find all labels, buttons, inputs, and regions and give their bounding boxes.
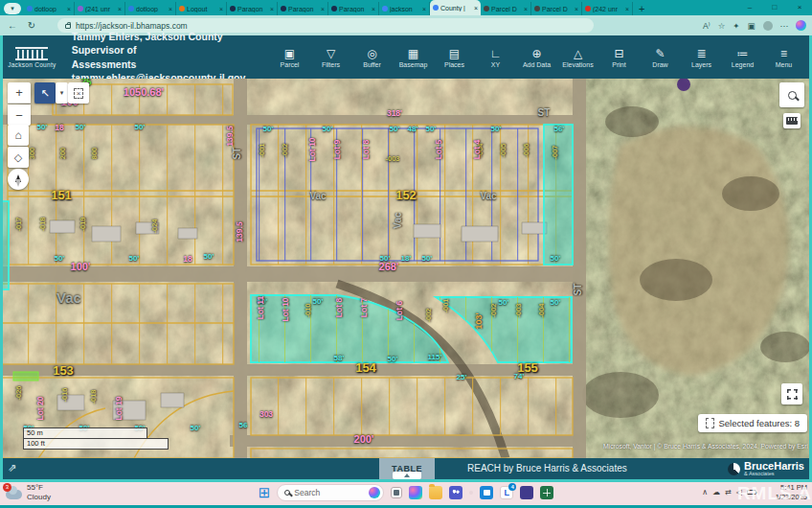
- browser-tab[interactable]: County |×: [430, 0, 481, 15]
- browser-tab[interactable]: Paragon×: [328, 2, 379, 15]
- start-button[interactable]: ⊞: [259, 485, 271, 499]
- header-toolbar: ▣Parcel▽Filters◎Buffer▦Basemap▤Places∟XY…: [269, 47, 804, 68]
- teams-icon[interactable]: [449, 486, 462, 499]
- browser-tab[interactable]: (241 unr×: [75, 2, 125, 15]
- browser-tab[interactable]: Logout×: [176, 2, 227, 15]
- tool-places[interactable]: ▤Places: [434, 47, 475, 68]
- file-explorer-icon[interactable]: [429, 486, 442, 499]
- network-icon[interactable]: ⇄: [725, 488, 732, 496]
- compass-button[interactable]: [8, 169, 29, 190]
- refresh-icon[interactable]: ↻: [25, 20, 38, 31]
- tool-draw[interactable]: ✎Draw: [640, 47, 681, 68]
- locate-button[interactable]: ◇: [8, 147, 29, 168]
- zoom-out-button[interactable]: −: [8, 104, 31, 126]
- selected-features-icon: [706, 418, 713, 428]
- tab-label: Paragon: [339, 6, 370, 12]
- favorite-icon[interactable]: ☆: [718, 21, 726, 31]
- map-viewport[interactable]: 1050.68'100'25318'STSTST139.5139.51850'5…: [0, 79, 812, 458]
- home-extent-button[interactable]: ⌂: [8, 125, 29, 146]
- tab-search-button[interactable]: ▾: [4, 3, 21, 14]
- browser-tab[interactable]: Parcel D×: [531, 2, 582, 15]
- url-bar-icons: A⁾ ☆ ✦ ▣ ⋯: [703, 20, 806, 31]
- copilot-app-icon[interactable]: [409, 486, 422, 499]
- back-icon[interactable]: ←: [6, 20, 19, 31]
- browser-tab-bar: ▾ dotloop×(241 unr×dotloop×Logout×Parago…: [0, 0, 812, 15]
- microsoft-store-icon[interactable]: [480, 486, 493, 499]
- tab-close-icon[interactable]: ×: [219, 6, 223, 12]
- tab-close-icon[interactable]: ×: [321, 6, 325, 12]
- loop-app-icon[interactable]: L 4: [500, 486, 513, 499]
- selected-features-badge[interactable]: Selected features: 8: [698, 414, 807, 432]
- browser-tab[interactable]: dotloop×: [125, 2, 176, 15]
- copilot-icon[interactable]: [796, 20, 806, 31]
- tool-basemap[interactable]: ▦Basemap: [393, 47, 434, 68]
- tool-buffer[interactable]: ◎Buffer: [351, 47, 393, 68]
- collections-icon[interactable]: ▣: [747, 21, 755, 31]
- tab-close-icon[interactable]: ×: [422, 6, 426, 12]
- tool-elevations[interactable]: △Elevations: [557, 47, 598, 68]
- tool-label: Places: [444, 61, 464, 68]
- map-search-button[interactable]: [779, 82, 804, 107]
- tool-layers[interactable]: ≣Layers: [681, 47, 722, 68]
- read-aloud-icon[interactable]: A⁾: [703, 21, 710, 31]
- profile-avatar[interactable]: [763, 21, 773, 31]
- tab-close-icon[interactable]: ×: [118, 6, 122, 12]
- tool-legend[interactable]: ≔Legend: [722, 47, 763, 68]
- tool-filters[interactable]: ▽Filters: [310, 47, 351, 68]
- tool-parcel[interactable]: ▣Parcel: [269, 47, 310, 68]
- browser-tab[interactable]: jackson×: [379, 2, 430, 15]
- tab-label: Paragon: [288, 6, 319, 12]
- battery-icon[interactable]: [747, 490, 756, 495]
- print-icon: ⊟: [614, 47, 623, 60]
- tab-close-icon[interactable]: ×: [575, 6, 578, 12]
- taskbar-clock[interactable]: 5:41 PM 1/23/2025: [776, 483, 807, 502]
- tab-close-icon[interactable]: ×: [372, 6, 375, 12]
- tool-menu[interactable]: ≡Menu: [763, 47, 804, 68]
- tab-close-icon[interactable]: ×: [67, 6, 71, 12]
- tab-close-icon[interactable]: ×: [524, 6, 528, 12]
- xy-icon: ∟: [490, 47, 502, 60]
- task-view-button[interactable]: [391, 487, 402, 498]
- minimize-icon[interactable]: –: [737, 0, 762, 15]
- edge-browser-icon[interactable]: [469, 491, 473, 495]
- tab-favicon: [331, 6, 337, 12]
- browser-tab[interactable]: Paragon×: [227, 2, 278, 15]
- tool-add-data[interactable]: ⊕Add Data: [516, 47, 557, 68]
- tray-chevron-icon[interactable]: ∧: [702, 488, 708, 496]
- tool-xy[interactable]: ∟XY: [475, 47, 516, 68]
- filters-icon: ▽: [327, 47, 335, 60]
- browser-tab[interactable]: Parcel D×: [481, 2, 531, 15]
- maximize-icon[interactable]: □: [762, 0, 787, 15]
- browser-essentials-icon[interactable]: ✦: [733, 21, 739, 31]
- brand-subtitle: & Associates: [744, 472, 804, 477]
- share-icon[interactable]: ⇗: [8, 462, 16, 474]
- close-icon[interactable]: ×: [787, 0, 812, 15]
- zoom-to-selection-button[interactable]: [781, 383, 802, 404]
- table-collapse-button[interactable]: [393, 472, 421, 479]
- onenote-icon[interactable]: [520, 486, 533, 499]
- tab-favicon: [179, 6, 185, 12]
- select-tool-dropdown[interactable]: ▾: [56, 82, 68, 104]
- excel-icon[interactable]: [540, 486, 553, 499]
- more-icon[interactable]: ⋯: [780, 21, 789, 31]
- volume-icon[interactable]: ◁: [736, 488, 742, 496]
- browser-tab[interactable]: Paragon×: [278, 2, 328, 15]
- tab-close-icon[interactable]: ×: [270, 6, 274, 12]
- measure-button[interactable]: [783, 113, 801, 128]
- map-canvas[interactable]: [0, 79, 812, 458]
- weather-widget[interactable]: 3 55°F Cloudy: [6, 483, 51, 501]
- tab-label: jackson: [390, 6, 420, 12]
- browser-tab[interactable]: dotloop×: [24, 2, 75, 15]
- select-tool-button[interactable]: ↖: [34, 82, 56, 104]
- tab-close-icon[interactable]: ×: [474, 5, 478, 12]
- tab-close-icon[interactable]: ×: [169, 6, 172, 12]
- taskbar-search[interactable]: Search: [277, 484, 384, 501]
- browser-tab[interactable]: (242 unr×: [582, 2, 633, 15]
- tab-close-icon[interactable]: ×: [625, 6, 629, 12]
- clear-selection-button[interactable]: ×: [68, 82, 89, 104]
- onedrive-icon[interactable]: ☁: [712, 488, 720, 496]
- tab-favicon: [484, 6, 489, 12]
- zoom-in-button[interactable]: +: [8, 82, 31, 104]
- new-tab-button[interactable]: +: [633, 2, 650, 15]
- tool-print[interactable]: ⊟Print: [598, 47, 640, 68]
